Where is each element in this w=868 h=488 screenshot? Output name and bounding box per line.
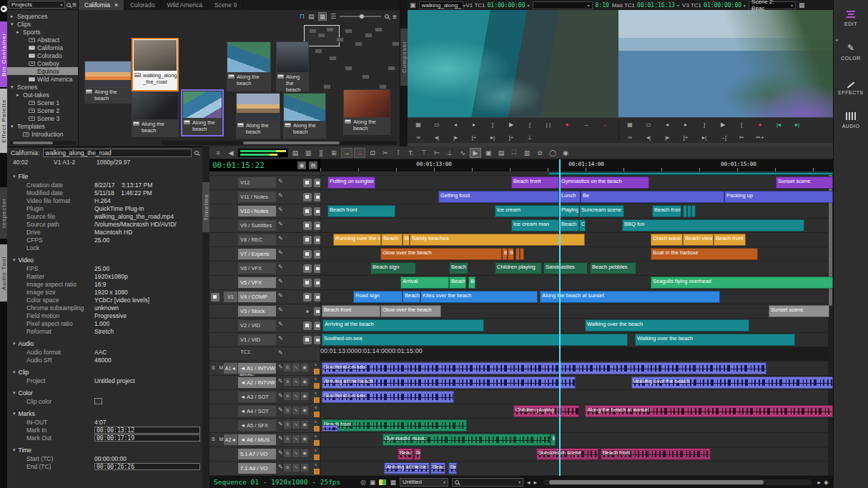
timeline-clip[interactable]: Sunset scene	[776, 176, 833, 189]
keyframe-icon[interactable]: ◉	[560, 149, 571, 157]
source-monitor[interactable]	[408, 10, 618, 117]
pencil-icon[interactable]: ✎	[278, 392, 283, 399]
track-lane-v3[interactable]: Beach frontGlow over the beachSunset sce…	[320, 304, 833, 318]
duplicate-icon[interactable]: ⊡	[367, 149, 378, 157]
pencil-icon[interactable]: ✎	[278, 364, 283, 370]
mute-indicator[interactable]	[314, 397, 320, 403]
timeline-clip[interactable]: Along the beach at sunset	[585, 405, 833, 417]
mute-indicator[interactable]	[314, 383, 320, 389]
scissors-icon[interactable]: ✂	[380, 149, 391, 157]
timeline-search[interactable]: ▾	[452, 478, 523, 487]
gear-button[interactable]: ◉	[301, 421, 308, 429]
mark-out-icon[interactable]: ]	[483, 121, 502, 128]
patch-button[interactable]: V1	[224, 292, 237, 302]
timeline-clip[interactable]: Southed-on-sea	[322, 334, 628, 346]
section-marks[interactable]: ▾Marks	[7, 409, 202, 418]
bin-tab-california[interactable]: California×	[79, 0, 124, 10]
timeline-clip[interactable]: Arriving at the beach	[322, 319, 484, 332]
lift-icon[interactable]: →	[595, 121, 613, 128]
track-header-v3[interactable]: V3 / Stock✎	[209, 304, 320, 318]
record-icon[interactable]: ●	[751, 121, 769, 128]
solo-indicator[interactable]: s	[315, 462, 317, 467]
track-lane-a5[interactable]: Beach front	[320, 419, 833, 432]
timeline-clip[interactable]: Getting food	[438, 191, 559, 203]
track-header-a4[interactable]: ◄ A4 / SOT✎≋∿◉s	[209, 404, 320, 418]
track-select-button[interactable]: V11 / Notes	[238, 191, 276, 202]
record-enable-button[interactable]	[303, 279, 312, 287]
solo-indicator[interactable]: s	[315, 434, 317, 438]
tree-item-abstract[interactable]: Abstract	[7, 36, 78, 44]
gear-button[interactable]: ◉	[301, 449, 308, 457]
tree-item-clips[interactable]: ▾Clips	[7, 20, 78, 28]
patch-button[interactable]: A2◄	[224, 434, 237, 445]
track-header-a6[interactable]: S MA2◄◄ A6 / MUS✎≋∿◉s	[209, 433, 320, 447]
record-enable-button[interactable]	[303, 179, 312, 187]
bin-clip-card[interactable]: Along the beach	[276, 41, 309, 91]
back-frame-icon[interactable]: ◂|	[428, 134, 446, 141]
composer-tab[interactable]: Composer	[400, 29, 408, 86]
timeline-clip[interactable]: Ice cream man	[511, 219, 559, 231]
track-header-v5[interactable]: V5 / VFX✎	[209, 276, 320, 289]
timeline-clip[interactable]: Gymnastics on the beach	[559, 176, 649, 189]
track-header-v11[interactable]: V11 / Notes✎	[209, 190, 320, 204]
record-monitor[interactable]	[618, 10, 833, 117]
effect-clip-icon[interactable]: ▣	[483, 149, 494, 157]
track-header-v10[interactable]: V10 / Notes✎	[209, 204, 320, 218]
timeline-clip[interactable]: Arrival	[400, 277, 449, 289]
close-icon[interactable]: ×	[114, 1, 118, 9]
automation-button[interactable]: ∿	[292, 421, 300, 429]
waveform-button[interactable]: ≋	[284, 464, 291, 472]
timeline-clip[interactable]: Beach	[381, 234, 403, 246]
waveform-button[interactable]: ≋	[284, 392, 291, 400]
track-lane-v5[interactable]: ArrivalBeachBeSeagulls flying overhead	[320, 276, 833, 289]
tree-item-sports[interactable]: ▸Sports	[7, 28, 78, 36]
track-header-a8[interactable]: 7.1 A8 / VO✎≋∿◉s	[209, 462, 320, 475]
clip-color-checkbox[interactable]	[94, 398, 102, 404]
timeline-clip[interactable]: Beach front	[601, 448, 711, 460]
swatches-icon[interactable]	[379, 479, 386, 485]
track-header-v12[interactable]: V12✎	[209, 176, 320, 189]
record-enable-button[interactable]	[303, 264, 312, 273]
rail-tab-inspector[interactable]: Inspector	[0, 187, 7, 239]
mark-in-icon[interactable]: [	[521, 121, 539, 128]
timeline-clip[interactable]: Running over the s	[333, 234, 381, 246]
track-lane-tc1[interactable]: 00:01:13:0000:01:14:0000:01:15:00	[320, 347, 833, 361]
match-out-icon[interactable]: ▸|	[788, 121, 807, 128]
track-header-vtop[interactable]	[209, 171, 320, 175]
tree-item-scenes[interactable]: ▾Scenes	[7, 83, 78, 91]
add-edit-icon[interactable]: ✂+	[751, 134, 769, 141]
timeline-clip[interactable]: Beac	[430, 462, 445, 474]
collapse-rail-button[interactable]: ▶	[1, 6, 7, 12]
solo-mute-buttons[interactable]: S M	[212, 365, 225, 370]
mark-out-icon[interactable]: ]	[695, 121, 714, 128]
solo-indicator[interactable]: s	[315, 405, 317, 409]
record-enable-button[interactable]	[303, 236, 312, 244]
solo-mute-buttons[interactable]: S M	[212, 437, 225, 442]
timeline-clip[interactable]: B	[502, 248, 508, 260]
track-header-v6[interactable]: V6 / VFX✎	[209, 262, 320, 275]
trim-tool-icon[interactable]: ⊺	[393, 149, 404, 157]
track-lane-v2[interactable]: Arriving at the beachWalking over the be…	[320, 319, 833, 332]
goto-out-icon[interactable]: ]+	[676, 134, 695, 141]
timeline-clip[interactable]: Glow over the beach	[380, 305, 441, 317]
patch-button[interactable]: A1◄	[224, 363, 237, 374]
timeline-tab[interactable]: Timeline	[202, 182, 209, 232]
pencil-icon[interactable]: ✎	[278, 292, 283, 299]
timeline-clip[interactable]: BBQ fun	[622, 219, 804, 231]
dropdown-scene-2-beac[interactable]: Scene 2: Beac▾	[749, 1, 796, 9]
mute-indicator[interactable]	[314, 369, 320, 374]
timeline-clip[interactable]: Kites over the beach	[420, 291, 538, 303]
pencil-icon[interactable]: ✎	[278, 407, 283, 413]
timeline-clip[interactable]: Beach front	[322, 419, 467, 432]
timeline-clip[interactable]: Lunch	[559, 191, 581, 203]
track-header-a2[interactable]: ◄ A2 / INTVW✎≋∿◉s	[209, 376, 320, 389]
pencil-icon[interactable]: ✎	[278, 249, 283, 256]
track-header-a7[interactable]: 5.1 A7 / VO✎≋∿◉s	[209, 447, 320, 461]
timeline-clip[interactable]	[520, 248, 524, 260]
workspace-edit[interactable]: EDIT	[834, 0, 868, 34]
mute-indicator[interactable]	[314, 426, 320, 432]
play-icon[interactable]: ▶	[714, 121, 732, 128]
trim-right-icon[interactable]: ⊢	[431, 149, 443, 157]
locator-icon[interactable]: ◈	[824, 479, 829, 486]
timecode-input[interactable]: 00:00:26:26	[94, 463, 200, 470]
